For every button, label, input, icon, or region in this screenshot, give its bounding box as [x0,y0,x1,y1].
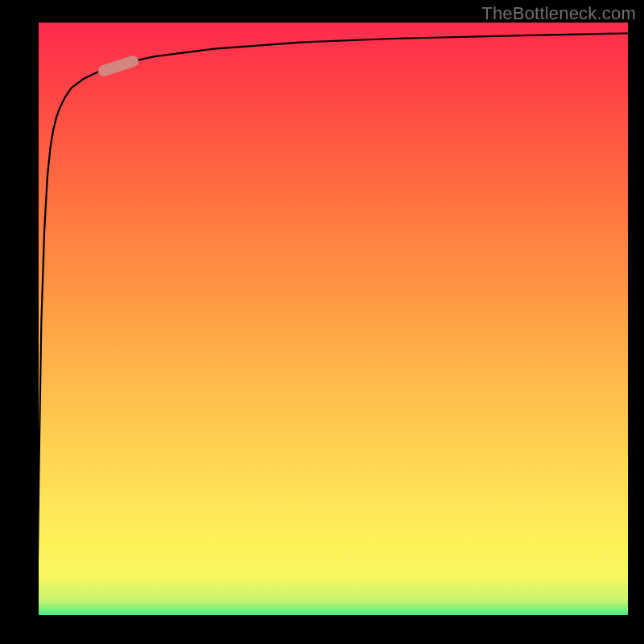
axis-left [35,23,39,618]
bottleneck-curve [37,33,631,606]
plot-area [35,23,631,618]
axis-bottom [35,615,631,618]
figure-root: TheBottleneck.com [0,0,644,644]
watermark-text: TheBottleneck.com [481,3,636,24]
highlight-marker [97,54,140,77]
curve-layer [35,23,631,618]
axis-right [628,23,631,618]
svg-rect-0 [97,54,140,77]
